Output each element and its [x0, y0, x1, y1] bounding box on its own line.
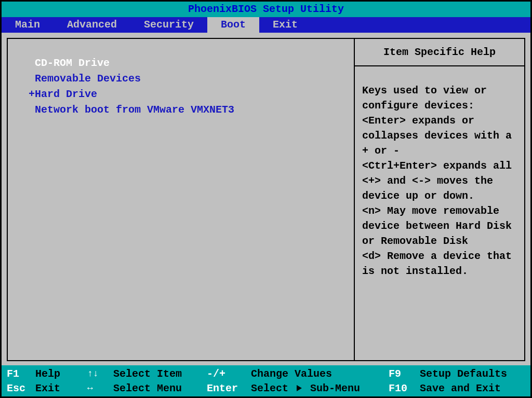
boot-order-panel: CD-ROM Drive Removable Devices +Hard Dri…	[7, 38, 355, 361]
app-title: PhoenixBIOS Setup Utility	[188, 3, 344, 15]
footer-label-select-submenu: Select Sub-Menu	[251, 382, 389, 394]
menu-bar: Main Advanced Security Boot Exit	[2, 17, 530, 33]
boot-item-harddrive[interactable]: +Hard Drive	[29, 87, 343, 102]
boot-item-cdrom[interactable]: CD-ROM Drive	[29, 56, 343, 71]
footer-label-save-exit: Save and Exit	[420, 382, 525, 394]
boot-item-label: CD-ROM Drive	[35, 57, 110, 69]
tab-exit[interactable]: Exit	[259, 17, 311, 33]
boot-item-prefix	[29, 73, 35, 85]
footer-label-help: Help	[35, 368, 87, 380]
tab-security[interactable]: Security	[130, 17, 207, 33]
footer-bar: F1 Help ↑↓ Select Item -/+ Change Values…	[2, 365, 530, 396]
tab-boot[interactable]: Boot	[207, 17, 259, 33]
help-body: Keys used to view or configure devices: …	[355, 66, 524, 284]
footer-key-f10: F10	[389, 382, 420, 394]
footer-label-select-item: Select Item	[113, 368, 207, 380]
tab-main[interactable]: Main	[2, 17, 54, 33]
tab-advanced[interactable]: Advanced	[54, 17, 130, 33]
boot-item-prefix	[29, 104, 35, 116]
footer-label-select-menu: Select Menu	[113, 382, 207, 394]
footer-key-f9: F9	[389, 368, 420, 380]
help-panel: Item Specific Help Keys used to view or …	[354, 38, 525, 361]
content-row: CD-ROM Drive Removable Devices +Hard Dri…	[2, 33, 530, 365]
help-title: Item Specific Help	[355, 39, 524, 66]
boot-item-label: Removable Devices	[35, 73, 141, 85]
triangle-right-icon	[297, 385, 302, 391]
boot-item-label: Network boot from VMware VMXNET3	[35, 104, 234, 116]
boot-item-network[interactable]: Network boot from VMware VMXNET3	[29, 102, 343, 118]
boot-item-label: Hard Drive	[35, 88, 97, 100]
footer-key-plusminus: -/+	[207, 368, 251, 380]
footer-label-change-values: Change Values	[251, 368, 389, 380]
footer-key-f1: F1	[7, 368, 35, 380]
updown-arrows-icon: ↑↓	[87, 368, 113, 379]
footer-label-exit: Exit	[35, 382, 87, 394]
leftright-arrows-icon: ↔	[87, 383, 113, 393]
bios-screen: PhoenixBIOS Setup Utility Main Advanced …	[0, 0, 532, 398]
bios-inner: PhoenixBIOS Setup Utility Main Advanced …	[2, 2, 530, 396]
footer-label-setup-defaults: Setup Defaults	[420, 368, 525, 380]
boot-item-removable[interactable]: Removable Devices	[29, 71, 343, 87]
footer-key-esc: Esc	[7, 382, 35, 394]
boot-item-prefix: +	[29, 88, 35, 100]
boot-item-prefix	[29, 57, 35, 69]
title-bar: PhoenixBIOS Setup Utility	[2, 2, 530, 17]
footer-key-enter: Enter	[207, 382, 251, 394]
